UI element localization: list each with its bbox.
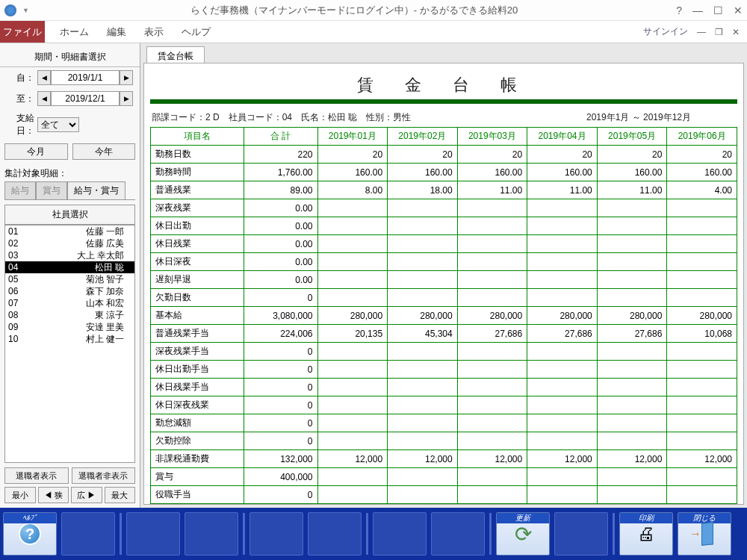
employee-row[interactable]: 01佐藤 一郎: [5, 225, 134, 237]
employee-row[interactable]: 05菊池 智子: [5, 273, 134, 285]
table-row: 勤務日数220202020202020: [151, 146, 737, 164]
from-label: 自：: [4, 72, 34, 84]
file-tab[interactable]: ファイル: [0, 21, 45, 43]
table-row: 役職手当0: [151, 486, 737, 504]
help-icon[interactable]: ?: [676, 4, 682, 16]
tab-salary-bonus[interactable]: 給与・賞与: [67, 181, 125, 199]
table-header: 2019年01月: [317, 128, 388, 146]
table-row: 基本給3,080,000280,000280,000280,000280,000…: [151, 307, 737, 325]
print-label: 印刷: [620, 513, 672, 523]
table-row: 深夜残業0.00: [151, 199, 737, 217]
maximize-icon[interactable]: ☐: [713, 4, 723, 16]
table-row: 休日残業0.00: [151, 235, 737, 253]
employee-row[interactable]: 07山本 和宏: [5, 297, 134, 309]
inner-minimize-icon[interactable]: —: [697, 27, 706, 37]
help-icon: ?: [19, 523, 41, 545]
empty-button-6[interactable]: [373, 512, 427, 556]
ribbon: ファイル ホーム編集表示ヘルプ サインイン — ❐ ✕: [0, 21, 747, 43]
employee-row[interactable]: 06森下 加奈: [5, 285, 134, 297]
hide-retired-button[interactable]: 退職者非表示: [72, 467, 136, 484]
table-row: 賞与400,000: [151, 468, 737, 486]
employee-row[interactable]: 10村上 健一: [5, 333, 134, 345]
ribbon-tab-3[interactable]: ヘルプ: [182, 21, 211, 43]
employee-row[interactable]: 03大上 幸太郎: [5, 249, 134, 261]
table-row: 普通残業89.008.0018.0011.0011.0011.004.00: [151, 181, 737, 199]
signin-link[interactable]: サインイン: [643, 25, 688, 38]
bottom-bar: ﾍﾙﾌﾟ ? 更新 ⟳ 印刷 🖨 閉じる: [0, 508, 747, 560]
employee-row[interactable]: 02佐藤 広美: [5, 237, 134, 249]
tab-bonus[interactable]: 賞与: [36, 181, 67, 199]
table-row: 休日出勤手当0: [151, 361, 737, 379]
refresh-label: 更新: [497, 513, 549, 523]
minimize-icon[interactable]: —: [692, 4, 703, 16]
table-header: 2019年06月: [667, 128, 737, 146]
table-row: 遅刻早退0.00: [151, 271, 737, 289]
table-row: 勤務時間1,760.00160.00160.00160.00160.00160.…: [151, 164, 737, 181]
table-row: 欠勤日数0: [151, 289, 737, 307]
refresh-button[interactable]: 更新 ⟳: [496, 512, 550, 556]
table-header: 2019年02月: [388, 128, 458, 146]
ribbon-tab-1[interactable]: 編集: [107, 21, 126, 43]
size-narrow-button[interactable]: ◀ 狭: [38, 487, 69, 503]
from-date-input[interactable]: [51, 70, 120, 85]
print-button[interactable]: 印刷 🖨: [619, 512, 673, 556]
printer-icon: 🖨: [637, 523, 655, 544]
table-header: 2019年03月: [457, 128, 527, 146]
table-row: 勤怠減額0: [151, 414, 737, 432]
table-row: 普通残業手当224,00620,13545,30427,68627,68627,…: [151, 325, 737, 343]
empty-button-3[interactable]: [185, 512, 238, 556]
this-month-button[interactable]: 今月: [4, 143, 68, 160]
to-prev-button[interactable]: ◀: [37, 91, 51, 106]
title-underline: [150, 99, 737, 104]
ribbon-tab-0[interactable]: ホーム: [60, 21, 89, 43]
titlebar-dropdown-icon[interactable]: ▼: [22, 7, 29, 14]
employee-row[interactable]: 08東 涼子: [5, 309, 134, 321]
employee-info: 部課コード：2 D 社員コード：04 氏名：松田 聡 性別：男性: [152, 111, 542, 124]
this-year-button[interactable]: 今年: [72, 143, 136, 160]
table-row: 非課税通勤費132,00012,00012,00012,00012,00012,…: [151, 450, 737, 468]
table-row: 休日深夜残業0: [151, 396, 737, 414]
table-header: 項目名: [151, 128, 244, 146]
employee-list[interactable]: 01佐藤 一郎02佐藤 広美03大上 幸太郎04松田 聡05菊池 智子06森下 …: [4, 225, 135, 463]
show-retired-button[interactable]: 退職者表示: [4, 467, 69, 484]
inner-restore-icon[interactable]: ❐: [715, 27, 723, 37]
refresh-icon: ⟳: [515, 522, 532, 547]
table-header: 2019年04月: [527, 128, 598, 146]
ribbon-tab-2[interactable]: 表示: [144, 21, 164, 43]
size-max-button[interactable]: 最大: [105, 487, 136, 503]
payday-select[interactable]: 全て: [37, 117, 79, 132]
inner-close-icon[interactable]: ✕: [732, 27, 740, 37]
app-icon: [4, 4, 16, 16]
close-icon[interactable]: ✕: [734, 4, 743, 16]
table-row: 深夜残業手当0: [151, 343, 737, 361]
empty-button-5[interactable]: [308, 512, 362, 556]
table-header: 合 計: [244, 128, 317, 146]
size-wide-button[interactable]: 広 ▶: [71, 487, 102, 503]
window-title: らくだ事務機（マイナンバーモードにログイン中）- かるがるできる給料20: [32, 4, 676, 17]
payday-label: 支給日：: [4, 112, 34, 137]
table-row: 休日残業手当0: [151, 379, 737, 396]
table-row: 休日深夜0.00: [151, 253, 737, 271]
empty-button-8[interactable]: [554, 512, 608, 556]
empty-button-7[interactable]: [431, 512, 485, 556]
wage-table: 項目名合 計2019年01月2019年02月2019年03月2019年04月20…: [150, 127, 737, 505]
tab-salary[interactable]: 給与: [4, 181, 36, 199]
empty-button-4[interactable]: [249, 512, 303, 556]
help-button[interactable]: ﾍﾙﾌﾟ ?: [3, 512, 57, 556]
titlebar: ▼ らくだ事務機（マイナンバーモードにログイン中）- かるがるできる給料20 ?…: [0, 0, 747, 21]
exit-door-icon: [694, 523, 715, 545]
to-date-input[interactable]: [51, 91, 120, 106]
empty-button-1[interactable]: [61, 512, 115, 556]
to-next-button[interactable]: ▶: [120, 91, 133, 106]
close-button[interactable]: 閉じる: [678, 512, 731, 556]
from-next-button[interactable]: ▶: [120, 70, 133, 85]
empty-button-2[interactable]: [126, 512, 180, 556]
period-info: 2019年1月 ～ 2019年12月: [542, 111, 736, 124]
size-min-button[interactable]: 最小: [4, 487, 36, 503]
employee-row[interactable]: 09安達 里美: [5, 321, 134, 333]
aggregation-label: 集計対象明細：: [0, 163, 140, 181]
employee-row[interactable]: 04松田 聡: [5, 261, 134, 273]
left-panel: 期間・明細書選択 自： ◀ ▶ 至： ◀ ▶ 支給日： 全て 今月 今: [0, 43, 140, 508]
from-prev-button[interactable]: ◀: [37, 70, 51, 85]
table-row: 休日出勤0.00: [151, 217, 737, 235]
